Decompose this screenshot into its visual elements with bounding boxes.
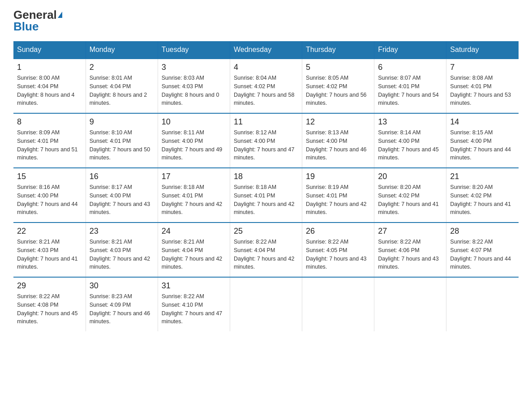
calendar-cell: 31 Sunrise: 8:22 AM Sunset: 4:10 PM Dayl… (158, 277, 230, 331)
calendar-cell: 18 Sunrise: 8:18 AM Sunset: 4:01 PM Dayl… (230, 168, 302, 223)
sunrise-label: Sunrise: 8:10 AM (90, 129, 132, 136)
sunset-label: Sunset: 4:03 PM (90, 247, 131, 253)
daylight-label: Daylight: 7 hours and 41 minutes. (378, 201, 439, 216)
sunrise-label: Sunrise: 8:14 AM (378, 129, 420, 136)
sunrise-label: Sunrise: 8:18 AM (234, 184, 276, 190)
day-number: 9 (90, 117, 154, 127)
day-number: 24 (162, 227, 226, 236)
day-number: 29 (17, 281, 82, 291)
sunset-label: Sunset: 4:10 PM (162, 302, 203, 308)
sunrise-label: Sunrise: 8:00 AM (17, 75, 60, 81)
calendar-cell: 1 Sunrise: 8:00 AM Sunset: 4:04 PM Dayli… (13, 59, 86, 113)
daylight-label: Daylight: 7 hours and 43 minutes. (378, 256, 439, 270)
sunrise-label: Sunrise: 8:21 AM (162, 239, 204, 245)
calendar-cell: 14 Sunrise: 8:15 AM Sunset: 4:00 PM Dayl… (446, 113, 519, 168)
day-number: 13 (378, 117, 442, 127)
day-number: 30 (90, 281, 154, 291)
day-info: Sunrise: 8:22 AM Sunset: 4:06 PM Dayligh… (378, 238, 442, 271)
sunset-label: Sunset: 4:01 PM (450, 83, 491, 90)
sunrise-label: Sunrise: 8:11 AM (162, 129, 204, 136)
day-info: Sunrise: 8:23 AM Sunset: 4:09 PM Dayligh… (90, 292, 154, 326)
day-info: Sunrise: 8:21 AM Sunset: 4:04 PM Dayligh… (162, 238, 226, 271)
logo-triangle-icon (58, 12, 62, 18)
sunset-label: Sunset: 4:02 PM (306, 83, 347, 90)
calendar-cell: 2 Sunrise: 8:01 AM Sunset: 4:04 PM Dayli… (86, 59, 158, 113)
calendar-cell: 13 Sunrise: 8:14 AM Sunset: 4:00 PM Dayl… (374, 113, 446, 168)
calendar-cell: 7 Sunrise: 8:08 AM Sunset: 4:01 PM Dayli… (446, 59, 519, 113)
sunrise-label: Sunrise: 8:05 AM (306, 75, 348, 81)
daylight-label: Daylight: 7 hours and 49 minutes. (162, 146, 223, 161)
daylight-label: Daylight: 7 hours and 42 minutes. (162, 201, 223, 216)
sunrise-label: Sunrise: 8:03 AM (162, 75, 204, 81)
day-number: 18 (234, 172, 298, 181)
day-info: Sunrise: 8:04 AM Sunset: 4:02 PM Dayligh… (234, 74, 298, 107)
daylight-label: Daylight: 7 hours and 45 minutes. (378, 146, 439, 161)
daylight-label: Daylight: 7 hours and 44 minutes. (17, 201, 78, 216)
sunrise-label: Sunrise: 8:21 AM (90, 239, 132, 245)
logo: General Blue (13, 9, 62, 32)
calendar-cell: 11 Sunrise: 8:12 AM Sunset: 4:00 PM Dayl… (230, 113, 302, 168)
sunrise-label: Sunrise: 8:22 AM (450, 239, 493, 245)
daylight-label: Daylight: 7 hours and 41 minutes. (450, 201, 511, 216)
daylight-label: Daylight: 8 hours and 4 minutes. (17, 92, 75, 107)
calendar-cell: 9 Sunrise: 8:10 AM Sunset: 4:01 PM Dayli… (86, 113, 158, 168)
sunrise-label: Sunrise: 8:01 AM (90, 75, 132, 81)
sunset-label: Sunset: 4:04 PM (234, 247, 275, 253)
day-number: 19 (306, 172, 370, 181)
calendar-week-row: 15 Sunrise: 8:16 AM Sunset: 4:00 PM Dayl… (13, 168, 519, 223)
sunrise-label: Sunrise: 8:20 AM (450, 184, 493, 190)
sunset-label: Sunset: 4:09 PM (90, 302, 131, 308)
sunset-label: Sunset: 4:01 PM (234, 193, 275, 199)
day-info: Sunrise: 8:20 AM Sunset: 4:02 PM Dayligh… (378, 183, 442, 217)
day-number: 20 (378, 172, 442, 181)
daylight-label: Daylight: 7 hours and 42 minutes. (234, 201, 295, 216)
sunset-label: Sunset: 4:04 PM (17, 83, 58, 90)
sunrise-label: Sunrise: 8:16 AM (17, 184, 60, 190)
day-info: Sunrise: 8:15 AM Sunset: 4:00 PM Dayligh… (450, 128, 515, 162)
day-number: 27 (378, 227, 442, 236)
day-info: Sunrise: 8:07 AM Sunset: 4:01 PM Dayligh… (378, 74, 442, 107)
daylight-label: Daylight: 7 hours and 42 minutes. (90, 256, 150, 270)
header-tuesday: Tuesday (158, 41, 230, 59)
day-number: 11 (234, 117, 298, 127)
day-number: 8 (17, 117, 82, 127)
sunset-label: Sunset: 4:04 PM (90, 83, 131, 90)
day-number: 15 (17, 172, 82, 181)
sunrise-label: Sunrise: 8:15 AM (450, 129, 493, 136)
day-number: 3 (162, 63, 226, 72)
sunrise-label: Sunrise: 8:20 AM (378, 184, 420, 190)
day-info: Sunrise: 8:20 AM Sunset: 4:02 PM Dayligh… (450, 183, 515, 217)
calendar-cell: 20 Sunrise: 8:20 AM Sunset: 4:02 PM Dayl… (374, 168, 446, 223)
header-friday: Friday (374, 41, 446, 59)
sunrise-label: Sunrise: 8:22 AM (162, 293, 204, 300)
day-info: Sunrise: 8:18 AM Sunset: 4:01 PM Dayligh… (234, 183, 298, 217)
sunset-label: Sunset: 4:01 PM (378, 83, 419, 90)
header: General Blue (13, 9, 519, 32)
daylight-label: Daylight: 7 hours and 54 minutes. (378, 92, 439, 107)
day-info: Sunrise: 8:22 AM Sunset: 4:04 PM Dayligh… (234, 238, 298, 271)
daylight-label: Daylight: 7 hours and 45 minutes. (17, 310, 78, 325)
sunset-label: Sunset: 4:02 PM (234, 83, 275, 90)
sunrise-label: Sunrise: 8:07 AM (378, 75, 420, 81)
sunset-label: Sunset: 4:02 PM (450, 193, 491, 199)
header-wednesday: Wednesday (230, 41, 302, 59)
day-info: Sunrise: 8:05 AM Sunset: 4:02 PM Dayligh… (306, 74, 370, 107)
daylight-label: Daylight: 7 hours and 46 minutes. (90, 310, 150, 325)
daylight-label: Daylight: 7 hours and 47 minutes. (162, 310, 223, 325)
header-sunday: Sunday (13, 41, 86, 59)
daylight-label: Daylight: 7 hours and 43 minutes. (90, 201, 150, 216)
calendar-cell: 15 Sunrise: 8:16 AM Sunset: 4:00 PM Dayl… (13, 168, 86, 223)
day-info: Sunrise: 8:19 AM Sunset: 4:01 PM Dayligh… (306, 183, 370, 217)
day-info: Sunrise: 8:21 AM Sunset: 4:03 PM Dayligh… (17, 238, 82, 271)
daylight-label: Daylight: 7 hours and 50 minutes. (90, 146, 150, 161)
sunset-label: Sunset: 4:00 PM (90, 193, 131, 199)
calendar-cell (230, 277, 302, 331)
daylight-label: Daylight: 7 hours and 42 minutes. (306, 201, 367, 216)
daylight-label: Daylight: 7 hours and 56 minutes. (306, 92, 367, 107)
calendar-cell: 21 Sunrise: 8:20 AM Sunset: 4:02 PM Dayl… (446, 168, 519, 223)
sunrise-label: Sunrise: 8:09 AM (17, 129, 60, 136)
day-number: 16 (90, 172, 154, 181)
day-info: Sunrise: 8:09 AM Sunset: 4:01 PM Dayligh… (17, 128, 82, 162)
day-number: 26 (306, 227, 370, 236)
sunrise-label: Sunrise: 8:21 AM (17, 239, 60, 245)
